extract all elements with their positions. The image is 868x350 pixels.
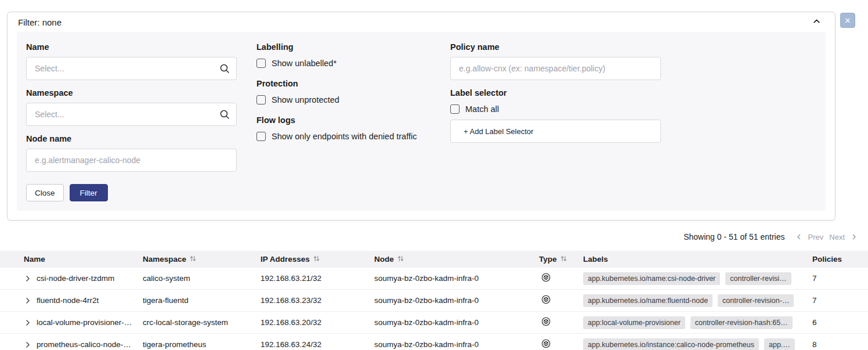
- filter-panel: Filter: none Name Namespace: [7, 12, 836, 221]
- table-row[interactable]: prometheus-calico-node-… tigera-promethe…: [0, 334, 868, 350]
- endpoint-namespace: calico-system: [143, 274, 261, 283]
- prev-page-button[interactable]: Prev: [808, 233, 824, 241]
- pod-type-icon: [541, 273, 551, 284]
- column-header-policies: Policies: [806, 255, 868, 264]
- endpoint-name: local-volume-provisioner-…: [37, 318, 132, 327]
- endpoint-type: [539, 317, 583, 328]
- show-unlabelled-checkbox[interactable]: [256, 59, 266, 68]
- label-selector-label: Label selector: [450, 87, 661, 99]
- sort-icon[interactable]: [189, 255, 197, 264]
- protection-heading: Protection: [256, 78, 431, 89]
- table-header-row: Name Namespace IP Addresses Node Type La…: [0, 251, 868, 268]
- labelling-heading: Labelling: [256, 41, 431, 53]
- endpoint-namespace: tigera-fluentd: [143, 296, 261, 305]
- endpoint-node: soumya-bz-0zbo-kadm-infra-0: [374, 296, 539, 305]
- namespace-field: Namespace: [26, 87, 237, 126]
- policy-name-label: Policy name: [450, 41, 661, 53]
- close-button[interactable]: Close: [26, 184, 64, 201]
- namespace-select-input[interactable]: [26, 103, 237, 126]
- denied-traffic-label: Show only endpoints with denied traffic: [272, 132, 417, 141]
- table-row[interactable]: local-volume-provisioner-… crc-local-sto…: [0, 312, 868, 334]
- denied-traffic-checkbox[interactable]: [256, 132, 266, 141]
- endpoint-node: soumya-bz-0zbo-kadm-infra-0: [374, 340, 539, 349]
- expand-row-icon[interactable]: [24, 341, 31, 348]
- endpoint-ip: 192.168.63.24/32: [261, 340, 374, 349]
- show-unprotected-label: Show unprotected: [272, 95, 339, 104]
- label-tag: app.kubernetes.io/name:fluentd-node: [583, 294, 713, 307]
- column-header-name[interactable]: Name: [21, 255, 143, 264]
- endpoints-table: Name Namespace IP Addresses Node Type La…: [0, 251, 868, 350]
- node-name-input[interactable]: [26, 149, 237, 172]
- endpoint-labels: app.kubernetes.io/name:csi-node-driver c…: [583, 272, 806, 285]
- endpoint-policies-count: 7: [806, 274, 868, 283]
- collapse-filter-button[interactable]: [812, 17, 821, 27]
- endpoint-type: [539, 339, 583, 350]
- policy-name-input[interactable]: [450, 57, 661, 80]
- endpoint-namespace: crc-local-storage-system: [143, 318, 261, 327]
- entries-summary: Showing 0 - 51 of 51 entries: [683, 232, 784, 241]
- chevron-up-icon: [812, 17, 821, 27]
- chevron-right-icon[interactable]: [851, 233, 858, 240]
- endpoint-node: soumya-bz-0zbo-kadm-infra-0: [374, 274, 539, 283]
- endpoint-type: [539, 295, 583, 306]
- endpoint-labels: app.kubernetes.io/instance:calico-node-p…: [583, 338, 806, 350]
- node-name-field: Node name: [26, 133, 237, 172]
- table-row[interactable]: csi-node-driver-tzdmm calico-system 192.…: [0, 268, 868, 290]
- expand-row-icon[interactable]: [24, 297, 31, 304]
- endpoint-labels: app:local-volume-provisioner controller-…: [583, 316, 806, 329]
- flow-logs-heading: Flow logs: [256, 114, 431, 126]
- search-icon: [219, 63, 230, 74]
- policy-name-field: Policy name: [450, 41, 661, 80]
- label-tag: controller-revision-…: [718, 294, 794, 307]
- endpoint-name: prometheus-calico-node-…: [37, 340, 131, 349]
- search-icon: [219, 109, 230, 120]
- endpoint-ip: 192.168.63.23/32: [261, 296, 374, 305]
- sort-icon[interactable]: [313, 255, 320, 264]
- next-page-button[interactable]: Next: [829, 233, 845, 241]
- filter-column-right: Policy name Label selector Match all + A…: [450, 41, 661, 143]
- label-tag: app:local-volume-provisioner: [583, 316, 685, 329]
- name-select-input[interactable]: [26, 57, 237, 80]
- label-tag: app.kubernetes.io/instance:calico-node-p…: [583, 338, 759, 350]
- namespace-label: Namespace: [26, 87, 237, 99]
- pod-type-icon: [541, 317, 551, 328]
- close-icon: ✕: [845, 16, 851, 25]
- show-unprotected-checkbox[interactable]: [256, 95, 266, 104]
- filter-panel-header: Filter: none: [8, 12, 835, 32]
- endpoint-labels: app.kubernetes.io/name:fluentd-node cont…: [583, 294, 806, 307]
- endpoint-name: fluentd-node-4rr2t: [37, 296, 99, 305]
- chevron-left-icon[interactable]: [795, 233, 802, 240]
- endpoint-policies-count: 7: [806, 296, 868, 305]
- sort-icon[interactable]: [560, 255, 567, 264]
- column-header-ip[interactable]: IP Addresses: [261, 255, 374, 264]
- endpoint-name: csi-node-driver-tzdmm: [37, 274, 114, 283]
- column-header-node[interactable]: Node: [374, 255, 539, 264]
- column-header-namespace[interactable]: Namespace: [143, 255, 261, 264]
- endpoint-namespace: tigera-prometheus: [143, 340, 261, 349]
- expand-row-icon[interactable]: [24, 275, 31, 282]
- table-row[interactable]: fluentd-node-4rr2t tigera-fluentd 192.16…: [0, 290, 868, 312]
- match-all-checkbox[interactable]: [450, 104, 460, 114]
- match-all-label: Match all: [465, 104, 499, 114]
- label-tag: controller-revisi…: [725, 272, 791, 285]
- filter-form: Name Namespace Node name: [17, 32, 826, 211]
- add-label-selector-button[interactable]: + Add Label Selector: [450, 120, 661, 143]
- endpoint-ip: 192.168.63.20/32: [261, 318, 374, 327]
- label-tag: controller-revision-hash:65…: [690, 316, 793, 329]
- endpoint-policies-count: 6: [806, 318, 868, 327]
- label-tag: app.kubernetes.io/name:csi-node-driver: [583, 272, 720, 285]
- endpoint-node: soumya-bz-0zbo-kadm-infra-0: [374, 318, 539, 327]
- filter-column-left: Name Namespace Node name: [26, 41, 237, 201]
- pod-type-icon: [541, 339, 551, 350]
- pagination-bar: Showing 0 - 51 of 51 entries Prev Next: [0, 230, 868, 243]
- label-tag: app.…: [764, 338, 795, 350]
- column-header-type[interactable]: Type: [539, 255, 583, 264]
- sort-icon[interactable]: [397, 255, 404, 264]
- column-header-labels: Labels: [583, 255, 806, 264]
- panel-dismiss-button[interactable]: ✕: [840, 13, 855, 28]
- filter-button[interactable]: Filter: [70, 184, 108, 201]
- expand-row-icon[interactable]: [24, 319, 31, 326]
- filter-panel-title: Filter: none: [18, 17, 62, 27]
- filter-column-middle: Labelling Show unlabelled* Protection Sh…: [256, 41, 431, 151]
- name-field: Name: [26, 41, 237, 80]
